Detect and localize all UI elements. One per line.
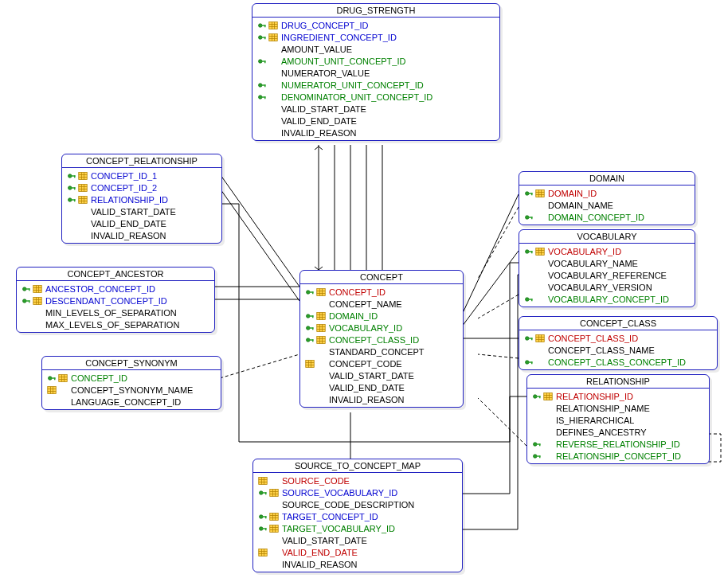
- table-relationship[interactable]: RELATIONSHIPRELATIONSHIP_IDRELATIONSHIP_…: [526, 374, 710, 464]
- key-icon: [305, 311, 315, 321]
- column-row[interactable]: CONCEPT_NAME: [300, 298, 463, 310]
- column-row[interactable]: REVERSE_RELATIONSHIP_ID: [527, 438, 709, 450]
- column-row[interactable]: RELATIONSHIP_ID: [62, 193, 221, 205]
- column-row[interactable]: LANGUAGE_CONCEPT_ID: [42, 396, 221, 408]
- table-source-to-concept-map[interactable]: SOURCE_TO_CONCEPT_MAPSOURCE_CODESOURCE_V…: [252, 459, 463, 572]
- column-row[interactable]: INVALID_REASON: [62, 229, 221, 241]
- column-row[interactable]: VALID_START_DATE: [62, 205, 221, 217]
- column-row[interactable]: DOMAIN_CONCEPT_ID: [519, 211, 695, 223]
- column-row[interactable]: NUMERATOR_VALUE: [252, 67, 499, 79]
- grid-icon: [316, 311, 326, 321]
- column-row[interactable]: INVALID_REASON: [253, 558, 462, 570]
- column-row[interactable]: VALID_START_DATE: [252, 103, 499, 115]
- svg-rect-74: [33, 285, 42, 292]
- column-row[interactable]: CONCEPT_CLASS_ID: [300, 334, 463, 346]
- column-row[interactable]: INVALID_REASON: [252, 127, 499, 139]
- column-row[interactable]: SOURCE_CODE_DESCRIPTION: [253, 498, 462, 510]
- key-icon: [524, 357, 534, 367]
- column-row[interactable]: MAX_LEVELS_OF_SEPARATION: [17, 318, 214, 330]
- column-row[interactable]: CONCEPT_CLASS_ID: [519, 332, 717, 344]
- table-concept-relationship[interactable]: CONCEPT_RELATIONSHIPCONCEPT_ID_1CONCEPT_…: [61, 154, 222, 244]
- column-row[interactable]: TARGET_VOCABULARY_ID: [253, 522, 462, 534]
- column-row[interactable]: AMOUNT_UNIT_CONCEPT_ID: [252, 55, 499, 67]
- column-row[interactable]: CONCEPT_ID: [42, 372, 221, 384]
- column-name: VOCABULARY_ID: [329, 323, 402, 333]
- table-domain[interactable]: DOMAINDOMAIN_IDDOMAIN_NAMEDOMAIN_CONCEPT…: [519, 171, 695, 225]
- svg-rect-3: [269, 21, 278, 29]
- table-vocabulary[interactable]: VOCABULARYVOCABULARY_IDVOCABULARY_NAMEVO…: [519, 229, 695, 307]
- key-icon: [524, 295, 534, 304]
- column-row[interactable]: CONCEPT_CLASS_NAME: [519, 344, 717, 356]
- column-row[interactable]: CONCEPT_SYNONYM_NAME: [42, 384, 221, 396]
- svg-rect-137: [54, 377, 56, 380]
- key-icon: [258, 488, 268, 498]
- column-row[interactable]: MIN_LEVELS_OF_SEPARATION: [17, 307, 214, 318]
- column-row[interactable]: VOCABULARY_NAME: [519, 257, 695, 269]
- column-row[interactable]: CONCEPT_ID: [300, 286, 463, 298]
- column-row[interactable]: DEFINES_ANCESTRY: [527, 426, 709, 438]
- column-row[interactable]: DOMAIN_ID: [519, 187, 695, 199]
- column-name: CONCEPT_CLASS_CONCEPT_ID: [548, 357, 686, 367]
- table-concept-class[interactable]: CONCEPT_CLASSCONCEPT_CLASS_IDCONCEPT_CLA…: [519, 316, 718, 370]
- column-row[interactable]: RELATIONSHIP_CONCEPT_ID: [527, 450, 709, 462]
- column-row[interactable]: RELATIONSHIP_NAME: [527, 402, 709, 414]
- grid-icon: [543, 392, 553, 401]
- grid-icon: [33, 284, 42, 294]
- table-drug-strength[interactable]: DRUG_STRENGTHDRUG_CONCEPT_IDINGREDIENT_C…: [252, 3, 500, 141]
- column-row[interactable]: VALID_END_DATE: [300, 381, 463, 393]
- svg-rect-119: [306, 360, 315, 367]
- column-row[interactable]: STANDARD_CONCEPT: [300, 346, 463, 357]
- column-row[interactable]: TARGET_CONCEPT_ID: [253, 510, 462, 522]
- table-concept[interactable]: CONCEPTCONCEPT_IDCONCEPT_NAMEDOMAIN_IDVO…: [299, 270, 464, 408]
- column-row[interactable]: VALID_START_DATE: [300, 369, 463, 381]
- grid-icon: [269, 488, 279, 498]
- column-row[interactable]: VOCABULARY_ID: [519, 245, 695, 257]
- column-row[interactable]: CONCEPT_CODE: [300, 357, 463, 369]
- column-row[interactable]: INGREDIENT_CONCEPT_ID: [252, 31, 499, 43]
- column-row[interactable]: VALID_END_DATE: [252, 115, 499, 127]
- grid-icon: [268, 21, 278, 30]
- column-row[interactable]: IS_HIERARCHICAL: [527, 414, 709, 426]
- column-name: DRUG_CONCEPT_ID: [281, 21, 368, 30]
- key-icon: [47, 373, 57, 383]
- column-row[interactable]: AMOUNT_VALUE: [252, 43, 499, 55]
- column-row[interactable]: SOURCE_VOCABULARY_ID: [253, 486, 462, 498]
- column-name: TARGET_CONCEPT_ID: [282, 512, 378, 521]
- column-row[interactable]: RELATIONSHIP_ID: [527, 390, 709, 402]
- column-row[interactable]: DOMAIN_NAME: [519, 199, 695, 211]
- grid-icon: [316, 323, 326, 333]
- column-row[interactable]: CONCEPT_ID_2: [62, 182, 221, 193]
- column-row[interactable]: INVALID_REASON: [300, 393, 463, 405]
- table-title: VOCABULARY: [519, 230, 695, 244]
- key-icon: [257, 92, 267, 102]
- grid-icon: [78, 183, 88, 193]
- column-row[interactable]: VOCABULARY_ID: [300, 322, 463, 334]
- table-concept-synonym[interactable]: CONCEPT_SYNONYMCONCEPT_IDCONCEPT_SYNONYM…: [41, 356, 221, 410]
- column-row[interactable]: VALID_END_DATE: [253, 546, 462, 558]
- svg-rect-90: [317, 288, 326, 295]
- svg-rect-10: [264, 37, 266, 39]
- svg-rect-143: [48, 386, 57, 393]
- grid-icon: [305, 359, 315, 369]
- column-row[interactable]: VALID_END_DATE: [62, 217, 221, 229]
- table-concept-ancestor[interactable]: CONCEPT_ANCESTORANCESTOR_CONCEPT_IDDESCE…: [16, 267, 215, 333]
- column-row[interactable]: CONCEPT_CLASS_CONCEPT_ID: [519, 356, 717, 368]
- column-row[interactable]: DENOMINATOR_UNIT_CONCEPT_ID: [252, 91, 499, 103]
- column-name: AMOUNT_UNIT_CONCEPT_ID: [281, 57, 405, 66]
- column-row[interactable]: VOCABULARY_REFERENCE: [519, 269, 695, 281]
- column-row[interactable]: DESCENDANT_CONCEPT_ID: [17, 295, 214, 307]
- column-name: RELATIONSHIP_NAME: [556, 404, 650, 413]
- svg-rect-97: [312, 315, 314, 318]
- column-row[interactable]: ANCESTOR_CONCEPT_ID: [17, 283, 214, 295]
- column-row[interactable]: VOCABULARY_VERSION: [519, 281, 695, 293]
- column-row[interactable]: DOMAIN_ID: [300, 310, 463, 322]
- column-row[interactable]: SOURCE_CODE: [253, 475, 462, 486]
- svg-rect-162: [259, 477, 268, 484]
- column-row[interactable]: VALID_START_DATE: [253, 534, 462, 546]
- column-name: DOMAIN_ID: [329, 311, 378, 321]
- column-row[interactable]: CONCEPT_ID_1: [62, 170, 221, 182]
- column-row[interactable]: NUMERATOR_UNIT_CONCEPT_ID: [252, 79, 499, 91]
- column-row[interactable]: VOCABULARY_CONCEPT_ID: [519, 293, 695, 305]
- column-row[interactable]: DRUG_CONCEPT_ID: [252, 19, 499, 31]
- column-name: CONCEPT_NAME: [329, 299, 402, 309]
